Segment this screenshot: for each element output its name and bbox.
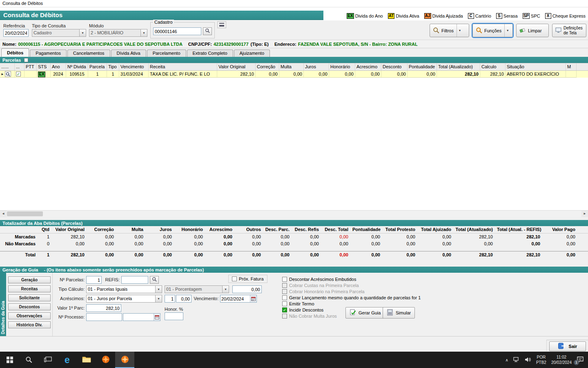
- tipo-calculo-select[interactable]: 01 - Parcelas Iguais ▼: [86, 285, 162, 293]
- guia-option-checkbox-1[interactable]: [282, 283, 287, 288]
- row-checkbox[interactable]: ✓: [16, 72, 21, 76]
- tab-ajuizamento[interactable]: Ajuizamento: [234, 49, 270, 57]
- guia-option-cobrar-honorario-na-primeira-parcela[interactable]: Cobrar Honorário na Primeira Parcela: [282, 288, 421, 294]
- funcoes-button[interactable]: Funções ▾: [472, 24, 513, 37]
- guia-option-emitir-termo[interactable]: Emitir Termo: [282, 301, 421, 307]
- totals-column-header-12: Pontualidade: [350, 226, 382, 233]
- parcelas-header-band: Parcelas: [0, 57, 588, 63]
- tab-cancelamentos[interactable]: Cancelamentos: [67, 49, 110, 57]
- guia-side-button-descontos[interactable]: Descontos: [8, 303, 51, 310]
- guia-option-checkbox-4[interactable]: [282, 301, 287, 306]
- search-icon: [25, 356, 32, 364]
- horizontal-scrollbar[interactable]: ◄ ►: [0, 210, 588, 217]
- tipo-consulta-select[interactable]: Cadastro ▼: [32, 29, 86, 37]
- guia-option-checkbox-2[interactable]: [282, 289, 287, 294]
- hidden-icons-chevron-icon[interactable]: ∧: [506, 358, 508, 362]
- guia-side-buttons: GeraçãoReceitasSolicitanteDescontosObser…: [8, 276, 51, 330]
- filtros-button[interactable]: Filtros ▾: [430, 24, 469, 37]
- file-explorer-button[interactable]: [77, 352, 96, 368]
- porcentagem-valor-input[interactable]: [232, 285, 262, 293]
- app-icon-button[interactable]: [96, 352, 115, 368]
- debits-cell-4: 2024: [51, 71, 66, 78]
- volume-icon[interactable]: [525, 357, 531, 363]
- scroll-thumb[interactable]: [7, 211, 43, 216]
- cadastro-search-button[interactable]: [203, 27, 212, 35]
- totals-column-header-0: [0, 226, 38, 233]
- valor-parc-input[interactable]: [86, 304, 121, 312]
- legend-label: Cheque Express: [552, 13, 586, 18]
- scroll-left-button[interactable]: ◄: [0, 211, 7, 217]
- gerar-guia-button[interactable]: Gerar Guia: [345, 307, 385, 319]
- processo-date-input[interactable]: [123, 314, 154, 321]
- active-app-button[interactable]: [115, 352, 134, 368]
- guia-side-button-solicitante[interactable]: Solicitante: [8, 294, 51, 301]
- clock[interactable]: 11:02 20/02/2024: [551, 355, 572, 366]
- guia-option-descontar-acrescimos-embutidos[interactable]: Descontar Acréscimos Embutidos: [282, 276, 421, 282]
- guia-option-checkbox-3[interactable]: [282, 295, 287, 300]
- scroll-right-button[interactable]: ►: [581, 211, 588, 217]
- tab-pagamentos[interactable]: Pagamentos: [30, 49, 67, 57]
- guia-side-button-geracao[interactable]: Geração: [8, 276, 51, 283]
- cadastro-list-button[interactable]: [217, 21, 226, 28]
- language-code: POR: [536, 355, 546, 360]
- cadastro-input[interactable]: [153, 27, 201, 35]
- modulo-select[interactable]: 2 - MOBILIÁRIO ▼: [89, 29, 147, 37]
- notification-badge: 1: [574, 360, 579, 365]
- limpar-button[interactable]: Limpar: [516, 24, 549, 37]
- totals-column-header-11: Desc. Total: [321, 226, 350, 233]
- s-badge-icon: S: [496, 13, 502, 19]
- referencia-input[interactable]: [3, 29, 29, 37]
- edge-button[interactable]: e: [58, 352, 77, 368]
- tab-divida-ativa[interactable]: Dívida Ativa: [111, 49, 146, 57]
- guia-side-button-observacoes[interactable]: Observações: [8, 312, 51, 319]
- vencimento-input[interactable]: [220, 295, 250, 302]
- row-detail-search-button[interactable]: [5, 71, 11, 77]
- guia-option-cobrar-custas-na-primeira-parcela[interactable]: Cobrar Custas na Primeira Parcela: [282, 282, 421, 288]
- calendar-icon[interactable]: [250, 295, 256, 302]
- totals-cell-marcadas-0: 1: [38, 233, 51, 240]
- refis-search-button[interactable]: [150, 276, 159, 284]
- processo-input[interactable]: [86, 313, 122, 321]
- debits-cell-6: 1: [88, 71, 107, 78]
- guia-option-checkbox-6[interactable]: [282, 314, 287, 319]
- debits-row[interactable]: ►✓EX20241095151131/03/2024TAXA DE LIC. P…: [0, 71, 588, 78]
- guia-subtitle: - (Os itens abaixo somente serão preench…: [44, 267, 204, 272]
- language-indicator[interactable]: POR PTB2: [536, 355, 546, 366]
- totals-cell-marcadas-1: 282,10: [51, 233, 87, 240]
- tab-parcelamento[interactable]: Parcelamento: [147, 49, 186, 57]
- taxpayer-bar: Nome: 000006115 - AGROPECUARIA E PARTICI…: [0, 40, 588, 48]
- debits-cell-17: 0,00: [408, 71, 437, 78]
- taskbar-search-button[interactable]: [19, 352, 38, 368]
- simular-button[interactable]: Simular: [383, 307, 415, 319]
- guia-side-button-historico-div[interactable]: Histórico Div.: [8, 321, 51, 328]
- guia-option-checkbox-0[interactable]: [282, 277, 287, 282]
- refis-input[interactable]: [121, 276, 148, 284]
- notification-button[interactable]: 1: [577, 356, 584, 364]
- parcelas-select-all-checkbox[interactable]: [24, 58, 28, 62]
- task-view-button[interactable]: [38, 352, 58, 368]
- x-badge-icon: X: [545, 13, 551, 19]
- debits-column-header-18: Total (Atualizado): [437, 63, 480, 70]
- calendar-icon[interactable]: [154, 314, 160, 321]
- tab-extrato-completo[interactable]: Extrato Completo: [187, 49, 233, 57]
- network-icon[interactable]: [513, 357, 520, 363]
- tab-debitos[interactable]: Débitos: [1, 48, 29, 57]
- sair-button[interactable]: Sair: [549, 341, 586, 351]
- prox-fatura-checkbox[interactable]: [232, 276, 237, 281]
- guia-option-checkbox-5[interactable]: ✓: [282, 307, 287, 312]
- guia-option-gerar-lancamento-mesmo-quando-a-quantida[interactable]: Gerar Lançamento mesmo quando a quantida…: [282, 294, 421, 301]
- acrescimos-qtd-input[interactable]: [165, 295, 175, 303]
- totals-cell-marcadas-4: 0,00: [145, 233, 174, 240]
- honor-input[interactable]: [165, 312, 183, 320]
- definicoes-tela-button[interactable]: Definiçõesde Tela: [552, 24, 586, 37]
- guia-side-button-receitas[interactable]: Receitas: [8, 285, 51, 292]
- acrescimos-valor-input[interactable]: [176, 295, 192, 303]
- acrescimos-select[interactable]: 01 - Juros por Parcela ▼: [86, 295, 162, 303]
- combo-arrow-icon: ▼: [79, 29, 86, 36]
- totals-column-header-8: Outros: [234, 226, 263, 233]
- combo-arrow-icon: ▼: [222, 286, 229, 293]
- guia-option-label: Emitir Termo: [289, 301, 314, 306]
- guia-strip-label: Detalhes da Guia: [1, 301, 5, 334]
- start-button[interactable]: [0, 352, 19, 368]
- n-parcelas-input[interactable]: [86, 276, 102, 284]
